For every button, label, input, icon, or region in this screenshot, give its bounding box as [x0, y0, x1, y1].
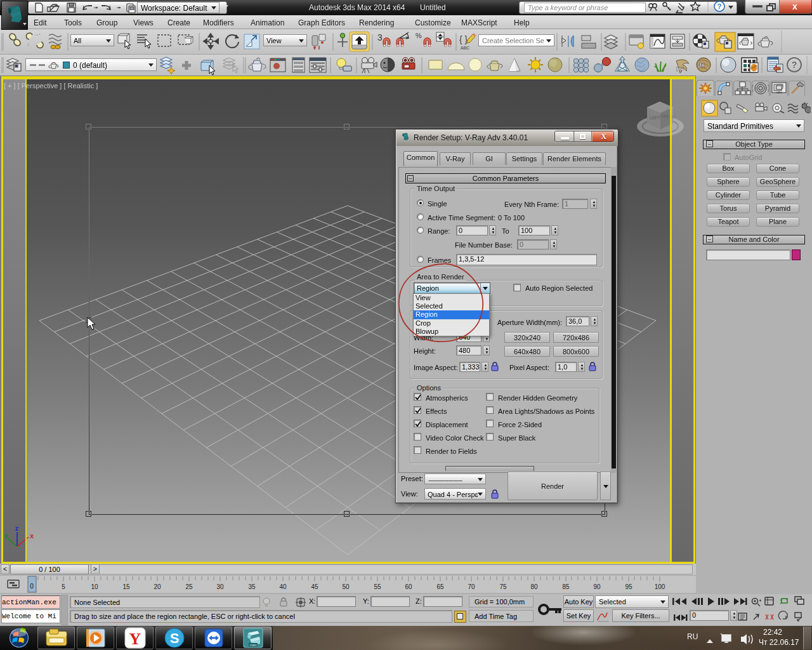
svg-text:55: 55	[374, 583, 381, 590]
svg-text:30: 30	[216, 583, 224, 590]
svg-text:25: 25	[185, 583, 193, 590]
svg-text:S: S	[170, 630, 180, 646]
svg-text:100: 100	[655, 583, 665, 590]
svg-text:85: 85	[562, 583, 570, 590]
svg-text:50: 50	[342, 583, 350, 590]
svg-text:40: 40	[279, 583, 287, 590]
svg-text:60: 60	[405, 583, 412, 590]
svg-text:20: 20	[154, 583, 161, 590]
svg-text:95: 95	[625, 583, 632, 590]
svg-text:HF: HF	[676, 66, 684, 72]
svg-text:90: 90	[593, 583, 601, 590]
svg-text:0: 0	[30, 583, 34, 590]
svg-text:15: 15	[122, 583, 130, 590]
svg-text:3: 3	[377, 32, 383, 43]
svg-text:x: x	[30, 532, 34, 540]
svg-text:z: z	[15, 524, 19, 532]
svg-text:Y: Y	[129, 630, 141, 648]
svg-text:ABC: ABC	[461, 46, 469, 50]
svg-text:LEFT: LEFT	[650, 116, 661, 120]
svg-text:35: 35	[248, 583, 256, 590]
svg-text:10: 10	[91, 583, 98, 590]
svg-text:%: %	[416, 32, 422, 39]
svg-text:y: y	[4, 531, 9, 539]
svg-text:75: 75	[499, 583, 507, 590]
svg-text:80: 80	[530, 583, 538, 590]
svg-text:65: 65	[436, 583, 444, 590]
svg-text:70: 70	[468, 583, 475, 590]
svg-text:FRONT: FRONT	[662, 114, 676, 119]
svg-text:?: ?	[717, 3, 722, 10]
svg-text:45: 45	[311, 583, 318, 590]
svg-text:max: max	[249, 643, 256, 647]
svg-text:5: 5	[62, 583, 65, 590]
svg-text:?: ?	[792, 60, 797, 70]
svg-text:0x: 0x	[698, 62, 705, 69]
svg-text:{ }: { }	[459, 34, 468, 44]
